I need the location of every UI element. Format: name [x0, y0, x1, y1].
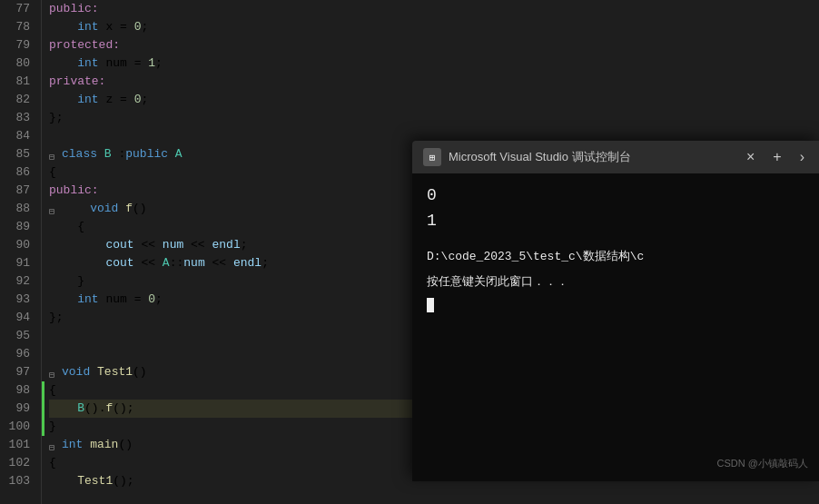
code-token — [49, 91, 77, 109]
line-number: 89 — [7, 218, 30, 236]
code-token: cout — [105, 254, 133, 272]
code-token: public: — [49, 182, 99, 200]
terminal-title: Microsoft Visual Studio 调试控制台 — [449, 149, 735, 165]
code-token: endl — [212, 236, 240, 254]
code-token: num = — [99, 54, 149, 73]
code-token — [49, 254, 105, 272]
terminal-icon-symbol: ⊞ — [429, 152, 436, 163]
line-numbers: 7778798081828384858687888990919293949596… — [0, 0, 42, 504]
line-number: 86 — [7, 163, 30, 182]
code-token: :: — [170, 254, 184, 272]
code-token: 0 — [134, 91, 142, 109]
line-number: 94 — [7, 309, 30, 327]
line-number: 88 — [7, 200, 30, 218]
code-token: private: — [49, 73, 105, 91]
line-number: 80 — [7, 54, 30, 73]
fold-icon[interactable]: ⊟ — [49, 149, 60, 160]
code-token: x = — [99, 18, 134, 36]
fold-icon[interactable]: ⊟ — [49, 203, 60, 214]
code-token — [118, 200, 125, 218]
code-token: ; — [241, 236, 248, 254]
code-token — [49, 18, 77, 36]
code-token: (). — [84, 400, 105, 418]
code-token: int — [77, 291, 98, 309]
code-token: Test1 — [97, 363, 133, 381]
code-token: << — [134, 236, 163, 254]
code-line: int num = 1; — [49, 54, 819, 73]
terminal-close-button[interactable]: × — [743, 148, 758, 166]
code-token: 0 — [134, 18, 142, 36]
line-number: 101 — [7, 436, 30, 454]
code-token — [168, 145, 175, 163]
terminal-titlebar: ⊞ Microsoft Visual Studio 调试控制台 × + › — [412, 141, 819, 173]
code-token — [90, 363, 97, 381]
code-token: int — [77, 18, 98, 36]
terminal-chevron-button[interactable]: › — [796, 148, 808, 166]
line-number: 83 — [7, 109, 30, 127]
code-token: { — [49, 381, 56, 400]
code-token: << — [134, 254, 163, 272]
line-number: 77 — [7, 0, 30, 18]
fold-icon[interactable]: ⊟ — [49, 440, 60, 450]
code-token — [49, 291, 77, 309]
terminal-close-msg: 按任意键关闭此窗口．．． — [427, 272, 804, 293]
code-token: public: — [49, 0, 99, 18]
code-token: () — [133, 363, 147, 381]
terminal-icon: ⊞ — [423, 148, 441, 166]
code-token: { — [49, 454, 56, 472]
line-number: 98 — [7, 381, 30, 400]
code-token: { — [49, 163, 56, 182]
line-number: 91 — [7, 254, 30, 272]
code-token: ; — [141, 91, 148, 109]
terminal-output-0: 0 — [427, 184, 804, 206]
code-token: : — [112, 145, 126, 163]
terminal-cursor — [427, 298, 434, 312]
code-token: int — [77, 91, 98, 109]
code-token: num = — [99, 291, 149, 309]
code-token — [49, 236, 105, 254]
code-token: cout — [105, 236, 133, 254]
code-token: f — [125, 200, 133, 218]
line-number: 100 — [7, 418, 30, 436]
code-token: 1 — [148, 54, 155, 73]
line-number: 103 — [7, 472, 30, 490]
code-token: ; — [261, 254, 269, 272]
terminal-watermark: CSDN @小镇敲码人 — [717, 452, 808, 474]
line-number: 99 — [7, 400, 30, 418]
fold-icon[interactable]: ⊟ — [49, 367, 60, 378]
line-number: 82 — [7, 91, 30, 109]
terminal-plus-button[interactable]: + — [769, 148, 784, 166]
code-token: << — [205, 254, 233, 272]
code-token: ; — [155, 54, 163, 73]
code-token — [83, 436, 90, 454]
code-token: f — [105, 400, 113, 418]
code-token: A — [175, 145, 183, 163]
code-token: } — [49, 418, 56, 436]
code-token: endl — [233, 254, 261, 272]
code-token: B — [77, 400, 84, 418]
line-number: 97 — [7, 363, 30, 381]
code-line: public: — [49, 0, 819, 18]
code-token: ; — [141, 18, 148, 36]
terminal-body: 0 1 D:\code_2023_5\test_c\数据结构\c 按任意键关闭此… — [412, 173, 819, 481]
code-token: int — [62, 436, 83, 454]
code-token: (); — [113, 472, 133, 490]
code-token: () — [118, 436, 133, 454]
code-token — [49, 472, 77, 490]
code-line: protected: — [49, 36, 819, 54]
terminal-overlay: ⊞ Microsoft Visual Studio 调试控制台 × + › 0 … — [412, 141, 819, 481]
code-line: int z = 0; — [49, 91, 819, 109]
code-token — [49, 400, 77, 418]
code-token: }; — [49, 109, 64, 127]
terminal-path: D:\code_2023_5\test_c\数据结构\c — [427, 246, 804, 268]
code-token: A — [163, 254, 170, 272]
code-token: class — [62, 145, 104, 163]
code-token: B — [104, 145, 112, 163]
code-token: int — [77, 54, 98, 73]
code-token: z = — [99, 91, 134, 109]
code-line: }; — [49, 109, 819, 127]
line-number: 85 — [7, 145, 30, 163]
code-token: { — [49, 218, 84, 236]
line-number: 93 — [7, 291, 30, 309]
code-token: () — [133, 200, 147, 218]
